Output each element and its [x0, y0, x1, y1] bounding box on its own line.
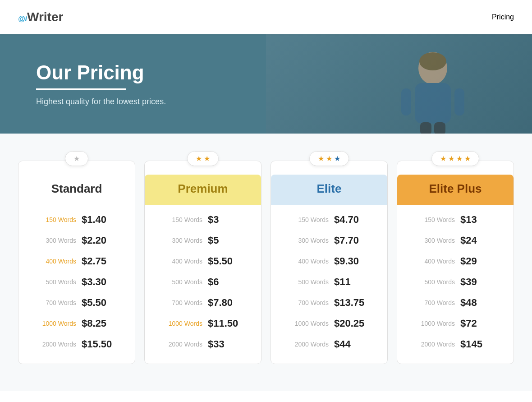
nav-links: Pricing [492, 13, 514, 21]
price-val: $39 [460, 276, 496, 288]
card-rows-elite-plus: 150 Words $13 300 Words $24 400 Words $2… [397, 205, 514, 364]
card-title-elite: Elite [275, 182, 383, 196]
price-val: $11.50 [208, 318, 244, 329]
card-header-elite-plus: Elite Plus [397, 175, 514, 205]
price-val: $29 [460, 255, 496, 267]
card-standard: ★ Standard 150 Words $1.40 300 Words $2.… [18, 161, 135, 364]
pricing-grid: ★ Standard 150 Words $1.40 300 Words $2.… [18, 161, 514, 364]
card-premium: ★ ★ Premium 150 Words $3 300 Words $5 40… [144, 161, 261, 364]
words-label: 2000 Words [288, 341, 329, 348]
words-label: 700 Words [288, 299, 329, 306]
hero-text: Our Pricing Highest quality for the lowe… [36, 61, 166, 106]
words-label: 400 Words [288, 258, 329, 265]
price-val: $24 [460, 235, 496, 246]
table-row: 2000 Words $145 [397, 334, 514, 355]
words-label: 400 Words [162, 258, 202, 265]
words-label: 400 Words [36, 258, 76, 265]
price-val: $9.30 [334, 255, 370, 267]
price-val: $7.70 [334, 235, 370, 246]
price-val: $72 [460, 318, 496, 329]
table-row: 1000 Words $72 [397, 313, 514, 334]
words-label: 150 Words [36, 216, 76, 223]
svg-rect-5 [420, 122, 431, 134]
card-header-elite: Elite [271, 175, 387, 205]
price-val: $13 [460, 214, 496, 226]
price-val: $5.50 [208, 255, 244, 267]
words-label: 150 Words [414, 216, 455, 223]
words-label: 700 Words [414, 299, 455, 306]
table-row: 700 Words $5.50 [18, 292, 135, 313]
price-val: $2.20 [82, 235, 118, 246]
star-3-eplus: ★ [456, 154, 463, 163]
words-label: 150 Words [288, 216, 329, 223]
price-val: $2.75 [82, 255, 118, 267]
price-val: $11 [334, 276, 370, 288]
words-label: 500 Words [414, 278, 455, 286]
table-row: 400 Words $9.30 [271, 251, 387, 272]
words-label: 1000 Words [288, 320, 329, 327]
price-val: $3 [208, 214, 244, 226]
price-val: $44 [334, 338, 370, 350]
price-val: $15.50 [82, 338, 118, 350]
words-label: 300 Words [162, 237, 202, 244]
words-label: 300 Words [36, 237, 76, 244]
star-1-elite: ★ [318, 154, 324, 163]
table-row: 500 Words $6 [145, 272, 261, 292]
price-val: $6 [208, 276, 244, 288]
star-3-elite: ★ [334, 154, 340, 163]
price-val: $8.25 [82, 318, 118, 329]
navbar: @iWriter Pricing [0, 0, 532, 34]
table-row: 2000 Words $33 [145, 334, 261, 355]
hero-title: Our Pricing [36, 61, 166, 84]
svg-rect-1 [415, 83, 451, 124]
card-rows-standard: 150 Words $1.40 300 Words $2.20 400 Word… [18, 205, 135, 364]
star-4-eplus: ★ [464, 154, 471, 163]
hero-illustration [388, 43, 478, 134]
words-label: 1000 Words [162, 320, 202, 327]
table-row: 300 Words $24 [397, 230, 514, 251]
table-row: 150 Words $1.40 [18, 209, 135, 230]
table-row: 2000 Words $15.50 [18, 334, 135, 355]
price-val: $20.25 [334, 318, 370, 329]
table-row: 700 Words $48 [397, 292, 514, 313]
price-val: $145 [460, 338, 496, 350]
price-val: $3.30 [82, 276, 118, 288]
card-title-elite-plus: Elite Plus [402, 182, 509, 196]
table-row: 2000 Words $44 [271, 334, 387, 355]
star-1-standard: ★ [73, 154, 80, 163]
price-val: $7.80 [208, 297, 244, 309]
table-row: 150 Words $4.70 [271, 209, 387, 230]
table-row: 500 Words $3.30 [18, 272, 135, 292]
badge-elite-plus: ★ ★ ★ ★ [431, 151, 479, 166]
table-row: 1000 Words $8.25 [18, 313, 135, 334]
words-label: 2000 Words [36, 341, 76, 348]
words-label: 1000 Words [414, 320, 455, 327]
words-label: 300 Words [288, 237, 329, 244]
table-row: 300 Words $7.70 [271, 230, 387, 251]
table-row: 150 Words $13 [397, 209, 514, 230]
table-row: 150 Words $3 [145, 209, 261, 230]
table-row: 700 Words $13.75 [271, 292, 387, 313]
logo: @iWriter [18, 10, 63, 24]
card-rows-premium: 150 Words $3 300 Words $5 400 Words $5.5… [145, 205, 261, 364]
table-row: 700 Words $7.80 [145, 292, 261, 313]
words-label: 2000 Words [414, 341, 455, 348]
table-row: 500 Words $11 [271, 272, 387, 292]
star-1-premium: ★ [196, 154, 202, 163]
svg-rect-4 [454, 88, 464, 116]
price-val: $48 [460, 297, 496, 309]
card-title-premium: Premium [149, 182, 257, 196]
table-row: 400 Words $29 [397, 251, 514, 272]
star-2-elite: ★ [326, 154, 332, 163]
words-label: 2000 Words [162, 341, 202, 348]
table-row: 400 Words $5.50 [145, 251, 261, 272]
card-header-premium: Premium [145, 175, 261, 205]
svg-rect-3 [401, 88, 411, 116]
price-val: $5 [208, 235, 244, 246]
card-elite-plus: ★ ★ ★ ★ Elite Plus 150 Words $13 300 Wor… [397, 161, 514, 364]
hero-section: Our Pricing Highest quality for the lowe… [0, 34, 532, 134]
svg-rect-6 [434, 122, 445, 134]
words-label: 300 Words [414, 237, 455, 244]
table-row: 500 Words $39 [397, 272, 514, 292]
price-val: $13.75 [334, 297, 370, 309]
